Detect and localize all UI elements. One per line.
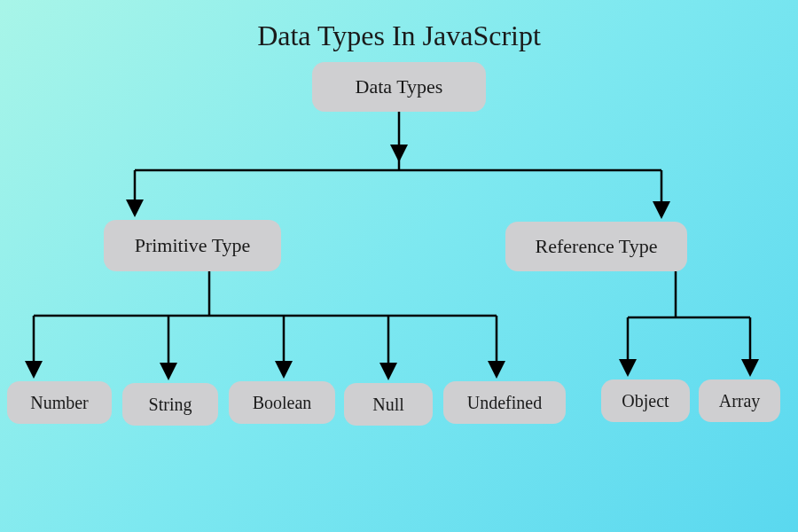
node-boolean: Boolean [229,381,335,424]
node-null: Null [344,383,433,426]
node-undefined: Undefined [443,381,566,424]
node-array: Array [699,379,780,422]
node-reference-type: Reference Type [505,222,687,271]
node-data-types: Data Types [312,62,486,112]
node-object: Object [601,379,690,422]
diagram-title: Data Types In JavaScript [0,0,798,52]
node-primitive-type: Primitive Type [104,220,281,271]
node-string: String [122,383,218,426]
node-number: Number [7,381,112,424]
